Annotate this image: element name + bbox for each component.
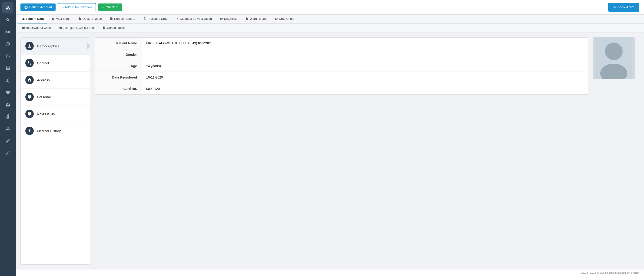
tab-diagnosis[interactable]: Diagnosis bbox=[216, 15, 241, 23]
field-label-date-registered: Date Registered bbox=[95, 72, 142, 83]
check-in-button[interactable]: ✓ Check In bbox=[98, 3, 122, 11]
main-area: Patient Account + Add to Imunization ✓ C… bbox=[16, 0, 644, 276]
tab-diagnostic[interactable]: Diagnostic Investigation bbox=[172, 15, 216, 23]
field-label-age: Age bbox=[95, 60, 142, 72]
table-row: Age 24 year(s) bbox=[95, 60, 588, 72]
svg-point-1 bbox=[605, 42, 622, 60]
field-label-gender: Gender bbox=[95, 49, 142, 60]
topbar-actions: Patient Account + Add to Imunization ✓ C… bbox=[20, 3, 122, 11]
table-row: Date Registered 10-11-2020 bbox=[95, 72, 588, 83]
demographics-icon bbox=[25, 42, 34, 50]
sidebar-item-briefcase[interactable] bbox=[2, 99, 14, 110]
next-of-kin-label: Next Of Kin bbox=[37, 112, 55, 116]
sidebar bbox=[0, 0, 16, 276]
sidebar-item-clock[interactable] bbox=[2, 38, 14, 50]
page-body: Demographics Contact Address Personal bbox=[16, 33, 644, 269]
personal-label: Personal bbox=[37, 95, 51, 99]
book-aptm-label: ✎ Book Aptm bbox=[613, 5, 634, 9]
section-personal[interactable]: Personal bbox=[21, 88, 90, 105]
avatar-area bbox=[593, 37, 639, 79]
tab-nav-row1: Patient Data Vital Signs Doctors Notes N… bbox=[16, 15, 644, 24]
address-label: Address bbox=[37, 78, 50, 82]
book-aptm-button[interactable]: ✎ Book Aptm bbox=[608, 3, 639, 12]
demographics-card: Patient Name MRS UKAEGWU UJU UJU S6849( … bbox=[95, 37, 588, 95]
section-medical-history[interactable]: Medical History bbox=[21, 122, 90, 139]
tab-consumables[interactable]: Consumables bbox=[99, 24, 129, 32]
footer-text: © 2018 - 2024 MISAS Hospital Management … bbox=[580, 271, 639, 274]
sidebar-item-search[interactable] bbox=[2, 14, 14, 25]
tab-nav-row2: Input/Output Chart Allergies & Critical … bbox=[16, 24, 644, 33]
tab-ward-round[interactable]: Ward Round bbox=[242, 15, 270, 23]
sidebar-item-bag[interactable] bbox=[2, 111, 14, 122]
tab-patient-data[interactable]: Patient Data bbox=[18, 15, 48, 23]
tab-prescribe-drug[interactable]: Prescribe Drug bbox=[139, 15, 171, 23]
section-demographics[interactable]: Demographics bbox=[21, 38, 90, 55]
sidebar-item-chart[interactable] bbox=[2, 63, 14, 74]
medical-history-label: Medical History bbox=[37, 129, 61, 133]
tab-doctors-notes[interactable]: Doctors Notes bbox=[74, 15, 105, 23]
sidebar-item-pen[interactable] bbox=[2, 135, 14, 146]
tab-nurses-reports[interactable]: Nurses Reports bbox=[106, 15, 139, 23]
sidebar-item-bed[interactable] bbox=[2, 26, 14, 38]
tab-input-output[interactable]: Input/Output Chart bbox=[18, 24, 55, 32]
sidebar-item-patients[interactable] bbox=[2, 2, 14, 13]
sidebar-item-heart[interactable] bbox=[2, 87, 14, 98]
section-panel: Demographics Contact Address Personal bbox=[20, 37, 90, 265]
add-immunization-label: + Add to Imunization bbox=[62, 5, 92, 9]
topbar: Patient Account + Add to Imunization ✓ C… bbox=[16, 0, 644, 15]
table-row: Patient Name MRS UKAEGWU UJU UJU S6849( … bbox=[95, 38, 588, 49]
field-value-date-registered: 10-11-2020 bbox=[142, 72, 588, 83]
patient-account-label: Patient Account bbox=[29, 5, 52, 9]
field-label-patient-name: Patient Name bbox=[95, 38, 142, 49]
next-of-kin-icon bbox=[25, 110, 34, 118]
patient-avatar bbox=[593, 37, 635, 79]
personal-icon bbox=[25, 93, 34, 101]
sidebar-item-person[interactable] bbox=[2, 75, 14, 86]
add-immunization-button[interactable]: + Add to Imunization bbox=[58, 3, 96, 11]
table-row: Gender bbox=[95, 49, 588, 60]
address-icon bbox=[25, 76, 34, 84]
sidebar-item-timer[interactable] bbox=[2, 51, 14, 62]
contact-icon bbox=[25, 59, 34, 67]
sidebar-item-group[interactable] bbox=[2, 123, 14, 134]
table-row: Card No. 00002/20 bbox=[95, 83, 588, 95]
section-next-of-kin[interactable]: Next Of Kin bbox=[21, 105, 90, 122]
patient-id-bold: 00002/20 bbox=[198, 41, 211, 45]
demographics-label: Demographics bbox=[37, 44, 60, 48]
tab-drug-chart[interactable]: Drug Chart bbox=[271, 15, 298, 23]
section-contact[interactable]: Contact bbox=[21, 55, 90, 71]
demographics-table: Patient Name MRS UKAEGWU UJU UJU S6849( … bbox=[95, 38, 588, 94]
check-in-label: ✓ Check In bbox=[102, 5, 118, 9]
sidebar-item-edit[interactable] bbox=[2, 147, 14, 158]
contact-label: Contact bbox=[37, 61, 49, 65]
field-value-age: 24 year(s) bbox=[142, 60, 588, 72]
field-value-gender bbox=[142, 49, 588, 60]
field-value-patient-name: MRS UKAEGWU UJU UJU S6849( 00002/20 ) bbox=[142, 38, 588, 49]
tab-vital-signs[interactable]: Vital Signs bbox=[48, 15, 74, 23]
field-label-card-no: Card No. bbox=[95, 83, 142, 95]
patient-account-button[interactable]: Patient Account bbox=[20, 3, 56, 11]
section-address[interactable]: Address bbox=[21, 71, 90, 88]
medical-history-icon bbox=[25, 127, 34, 135]
field-value-card-no: 00002/20 bbox=[142, 83, 588, 95]
tab-allergies[interactable]: Allergies & Critical Info. bbox=[55, 24, 98, 32]
footer: © 2018 - 2024 MISAS Hospital Management … bbox=[16, 269, 644, 276]
